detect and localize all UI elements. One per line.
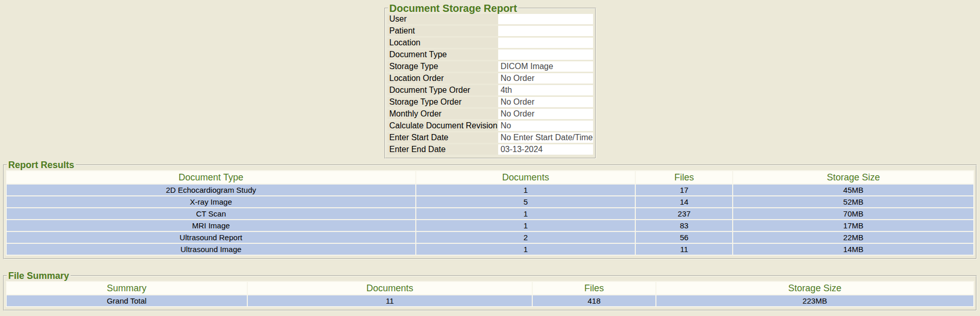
form-label-document-type: Document Type (387, 49, 498, 60)
column-header-files: Files (533, 282, 655, 294)
table-row: Ultrasound Image 1 11 14MB (7, 244, 973, 255)
cell-files: 14 (636, 196, 732, 207)
form-label-location: Location (387, 38, 498, 48)
cell-files: 418 (533, 295, 655, 306)
form-label-storage-type: Storage Type (387, 61, 498, 72)
form-row-storage-type-order: Storage Type Order No Order (387, 97, 593, 107)
form-row-user: User (387, 14, 593, 24)
form-value-storage-type-order: No Order (498, 97, 593, 107)
form-value-document-type (498, 49, 593, 60)
form-label-user: User (387, 14, 498, 24)
file-summary-section: File Summary Summary Documents Files Sto… (3, 271, 977, 311)
cell-files: 83 (636, 220, 732, 231)
cell-files: 56 (636, 232, 732, 243)
form-value-monthly-order: No Order (498, 109, 593, 119)
form-value-location-order: No Order (498, 73, 593, 84)
form-value-patient (498, 26, 593, 36)
form-label-patient: Patient (387, 26, 498, 36)
cell-files: 237 (636, 208, 732, 219)
report-results-table: Document Type Documents Files Storage Si… (6, 170, 974, 256)
table-row: Ultrasound Report 2 56 22MB (7, 232, 973, 243)
form-row-monthly-order: Monthly Order No Order (387, 109, 593, 119)
column-header-summary: Summary (7, 282, 247, 294)
file-summary-legend: File Summary (7, 271, 71, 281)
form-row-storage-type: Storage Type DICOM Image (387, 61, 593, 72)
column-header-documents: Documents (248, 282, 532, 294)
cell-storage-size: 70MB (733, 208, 973, 219)
form-row-location: Location (387, 38, 593, 48)
cell-files: 11 (636, 244, 732, 255)
form-label-location-order: Location Order (387, 73, 498, 84)
cell-documents: 5 (416, 196, 635, 207)
cell-storage-size: 17MB (733, 220, 973, 231)
form-row-enter-start-date: Enter Start Date No Enter Start Date/Tim… (387, 132, 593, 143)
file-summary-table: Summary Documents Files Storage Size Gra… (6, 281, 974, 307)
cell-storage-size: 52MB (733, 196, 973, 207)
report-parameters-table: User Patient Location Document Type Stor… (387, 12, 594, 156)
form-label-enter-end-date: Enter End Date (387, 144, 498, 155)
report-results-section: Report Results Document Type Documents F… (3, 160, 977, 259)
cell-documents: 1 (416, 185, 635, 195)
column-header-document-type: Document Type (7, 171, 415, 184)
cell-documents: 1 (416, 208, 635, 219)
cell-storage-size: 14MB (733, 244, 973, 255)
form-value-location (498, 38, 593, 48)
form-label-storage-type-order: Storage Type Order (387, 97, 498, 107)
table-row: CT Scan 1 237 70MB (7, 208, 973, 219)
form-value-storage-type: DICOM Image (498, 61, 593, 72)
form-row-location-order: Location Order No Order (387, 73, 593, 84)
cell-storage-size: 45MB (733, 185, 973, 195)
cell-document-type: Ultrasound Image (7, 244, 415, 255)
table-row: 2D Echocardiogram Study 1 17 45MB (7, 185, 973, 195)
table-row: MRI Image 1 83 17MB (7, 220, 973, 231)
table-row: X-ray Image 5 14 52MB (7, 196, 973, 207)
form-label-enter-start-date: Enter Start Date (387, 132, 498, 143)
page-title: Document Storage Report (388, 3, 519, 13)
form-row-calculate-document-revision: Calculate Document Revision No (387, 121, 593, 131)
cell-documents: 1 (416, 244, 635, 255)
report-results-legend: Report Results (7, 160, 76, 170)
form-value-calculate-document-revision: No (498, 121, 593, 131)
form-row-enter-end-date: Enter End Date 03-13-2024 (387, 144, 593, 155)
column-header-files: Files (636, 171, 732, 184)
cell-document-type: Ultrasound Report (7, 232, 415, 243)
document-storage-report-form: Document Storage Report User Patient Loc… (384, 3, 596, 159)
form-value-enter-end-date: 03-13-2024 (498, 144, 593, 155)
cell-documents: 2 (416, 232, 635, 243)
form-value-user (498, 14, 593, 24)
column-header-storage-size: Storage Size (733, 171, 973, 184)
form-row-document-type-order: Document Type Order 4th (387, 85, 593, 95)
column-header-storage-size: Storage Size (656, 282, 973, 294)
form-row-patient: Patient (387, 26, 593, 36)
cell-documents: 11 (248, 295, 532, 306)
grand-total-row: Grand Total 11 418 223MB (7, 295, 973, 306)
cell-document-type: MRI Image (7, 220, 415, 231)
cell-files: 17 (636, 185, 732, 195)
form-label-calculate-document-revision: Calculate Document Revision (387, 121, 498, 131)
form-label-document-type-order: Document Type Order (387, 85, 498, 95)
cell-document-type: CT Scan (7, 208, 415, 219)
cell-summary: Grand Total (7, 295, 247, 306)
cell-documents: 1 (416, 220, 635, 231)
form-row-document-type: Document Type (387, 49, 593, 60)
form-value-document-type-order: 4th (498, 85, 593, 95)
report-results-header-row: Document Type Documents Files Storage Si… (7, 171, 973, 184)
form-value-enter-start-date: No Enter Start Date/Time (498, 132, 593, 143)
cell-storage-size: 22MB (733, 232, 973, 243)
cell-document-type: 2D Echocardiogram Study (7, 185, 415, 195)
column-header-documents: Documents (416, 171, 635, 184)
cell-document-type: X-ray Image (7, 196, 415, 207)
cell-storage-size: 223MB (656, 295, 973, 306)
form-label-monthly-order: Monthly Order (387, 109, 498, 119)
file-summary-header-row: Summary Documents Files Storage Size (7, 282, 973, 294)
